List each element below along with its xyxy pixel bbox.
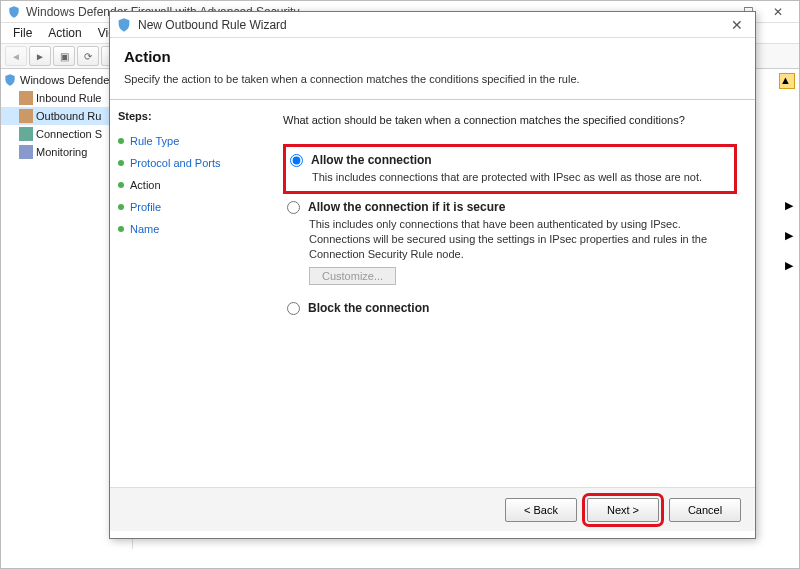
nav-forward-button[interactable]: ► (29, 46, 51, 66)
option-allow-secure-radio[interactable] (287, 201, 300, 214)
wizard-title: New Outbound Rule Wizard (138, 18, 725, 32)
step-link[interactable]: Action (130, 179, 161, 191)
outbound-icon (19, 109, 33, 123)
menu-action[interactable]: Action (40, 24, 89, 42)
wizard-steps-panel: Steps: Rule Type Protocol and Ports Acti… (110, 100, 265, 487)
back-button[interactable]: < Back (505, 498, 577, 522)
option-desc: This includes only connections that have… (309, 217, 737, 262)
step-dot-icon (118, 182, 124, 188)
svg-rect-0 (19, 91, 33, 105)
wizard-question: What action should be taken when a conne… (283, 114, 737, 126)
firewall-icon (7, 5, 21, 19)
option-allow-secure-label[interactable]: Allow the connection if it is secure (287, 200, 737, 214)
tree-item-label: Monitoring (36, 146, 87, 158)
step-link[interactable]: Rule Type (130, 135, 179, 147)
step-protocol-ports[interactable]: Protocol and Ports (118, 152, 257, 174)
wizard-icon (116, 17, 132, 33)
tree-item-label: Outbound Ru (36, 110, 101, 122)
svg-rect-1 (19, 109, 33, 123)
option-allow: Allow the connection This includes conne… (283, 144, 737, 194)
wizard-body: Steps: Rule Type Protocol and Ports Acti… (110, 99, 755, 487)
step-link[interactable]: Name (130, 223, 159, 235)
wizard-heading: Action (124, 48, 741, 65)
option-desc: This includes connections that are prote… (312, 170, 730, 185)
expand-arrow-icon[interactable]: ▶ (785, 229, 793, 242)
tree-root-label: Windows Defender (20, 74, 113, 86)
wizard-titlebar: New Outbound Rule Wizard ✕ (110, 12, 755, 38)
shield-icon (3, 73, 17, 87)
monitoring-icon (19, 145, 33, 159)
svg-rect-3 (19, 145, 33, 159)
expand-arrow-icon[interactable]: ▶ (785, 199, 793, 212)
expand-arrow-icon[interactable]: ▶ (785, 259, 793, 272)
wizard-close-button[interactable]: ✕ (725, 17, 749, 33)
wizard-subheading: Specify the action to be taken when a co… (124, 73, 741, 85)
option-title: Block the connection (308, 301, 429, 315)
inbound-icon (19, 91, 33, 105)
step-name[interactable]: Name (118, 218, 257, 240)
scroll-up-button[interactable]: ▲ (779, 73, 795, 89)
option-block-radio[interactable] (287, 302, 300, 315)
svg-rect-2 (19, 127, 33, 141)
option-allow-radio[interactable] (290, 154, 303, 167)
option-block: Block the connection (283, 301, 737, 315)
tree-item-label: Inbound Rule (36, 92, 101, 104)
nav-back-button[interactable]: ◄ (5, 46, 27, 66)
tree-item-label: Connection S (36, 128, 102, 140)
wizard-content: What action should be taken when a conne… (265, 100, 755, 487)
wizard-dialog: New Outbound Rule Wizard ✕ Action Specif… (109, 11, 756, 539)
option-title: Allow the connection (311, 153, 432, 167)
step-rule-type[interactable]: Rule Type (118, 130, 257, 152)
close-button[interactable]: ✕ (763, 5, 793, 19)
connection-icon (19, 127, 33, 141)
step-link[interactable]: Protocol and Ports (130, 157, 221, 169)
step-dot-icon (118, 138, 124, 144)
option-block-label[interactable]: Block the connection (287, 301, 737, 315)
next-button[interactable]: Next > (587, 498, 659, 522)
step-link[interactable]: Profile (130, 201, 161, 213)
menu-file[interactable]: File (5, 24, 40, 42)
step-dot-icon (118, 226, 124, 232)
customize-button: Customize... (309, 267, 396, 285)
option-allow-secure: Allow the connection if it is secure Thi… (283, 200, 737, 286)
wizard-header: Action Specify the action to be taken wh… (110, 38, 755, 99)
step-profile[interactable]: Profile (118, 196, 257, 218)
step-dot-icon (118, 204, 124, 210)
toolbar-refresh-button[interactable]: ⟳ (77, 46, 99, 66)
option-title: Allow the connection if it is secure (308, 200, 505, 214)
step-action[interactable]: Action (118, 174, 257, 196)
steps-label: Steps: (118, 110, 257, 122)
option-allow-label[interactable]: Allow the connection (290, 153, 730, 167)
toolbar-folder-button[interactable]: ▣ (53, 46, 75, 66)
wizard-footer: < Back Next > Cancel (110, 487, 755, 531)
cancel-button[interactable]: Cancel (669, 498, 741, 522)
step-dot-icon (118, 160, 124, 166)
